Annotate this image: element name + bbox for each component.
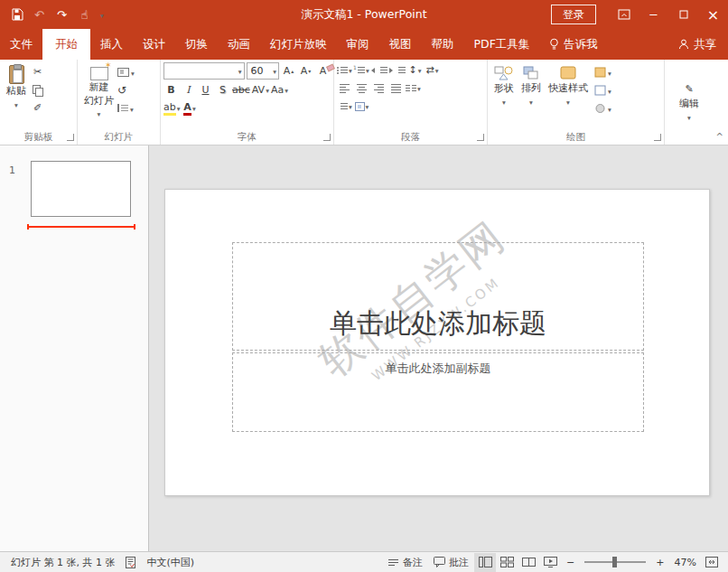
align-text-button[interactable]: [337, 98, 352, 114]
increase-indent-button[interactable]: [389, 62, 406, 78]
shape-outline-button[interactable]: [594, 82, 611, 98]
copy-button[interactable]: [30, 82, 45, 98]
slide-thumbnail[interactable]: [31, 161, 131, 217]
slideshow-button[interactable]: [539, 553, 561, 572]
chevron-down-icon: [566, 97, 570, 107]
tab-transitions[interactable]: 切换: [175, 29, 218, 60]
section-button[interactable]: [117, 100, 135, 116]
undo-button[interactable]: ↶: [28, 0, 51, 29]
character-spacing-button[interactable]: AV: [252, 82, 269, 98]
tab-insert[interactable]: 插入: [90, 29, 133, 60]
paste-button[interactable]: 粘贴: [3, 62, 30, 130]
tab-help[interactable]: 帮助: [422, 29, 464, 60]
convert-to-smartart-button[interactable]: [354, 98, 369, 114]
notes-button[interactable]: 备注: [382, 556, 428, 569]
align-text-icon: [337, 102, 348, 110]
tab-tell-me[interactable]: 告诉我: [539, 29, 608, 60]
line-spacing-button[interactable]: ↕: [407, 62, 423, 78]
comments-button[interactable]: 批注: [428, 556, 474, 569]
align-left-button[interactable]: [337, 80, 352, 96]
touch-mode-button[interactable]: ☝: [73, 0, 96, 29]
tab-animations[interactable]: 动画: [218, 29, 260, 60]
cut-button[interactable]: ✂: [30, 64, 45, 80]
workspace: 1 软件自学网 WWW.RJZXW.COM 单击此处添加标题 单击此处添加副标题: [0, 145, 728, 551]
shape-effects-button[interactable]: [594, 100, 611, 116]
increase-font-size-button[interactable]: A: [281, 63, 296, 79]
editing-button[interactable]: ✎ 编辑: [679, 83, 699, 122]
reset-slide-icon: ↺: [117, 84, 126, 97]
shapes-button[interactable]: 形状: [490, 62, 518, 130]
collapse-ribbon-button[interactable]: ^: [716, 132, 723, 142]
numbering-button[interactable]: [354, 62, 369, 78]
clipboard-dialog-launcher-icon[interactable]: [67, 134, 74, 141]
tab-file[interactable]: 文件: [0, 29, 42, 60]
notes-label: 备注: [403, 556, 423, 569]
title-placeholder[interactable]: 单击此处添加标题: [232, 242, 644, 351]
sign-in-button[interactable]: 登录: [551, 5, 596, 24]
decrease-indent-button[interactable]: [371, 62, 387, 78]
bullets-button[interactable]: [337, 62, 352, 78]
bold-button[interactable]: B: [163, 82, 179, 98]
redo-button[interactable]: ↷: [51, 0, 73, 29]
slide-layout-button[interactable]: [117, 64, 135, 80]
text-direction-button[interactable]: ⇄: [425, 62, 440, 78]
drawing-dialog-launcher-icon[interactable]: [654, 134, 661, 141]
italic-button[interactable]: I: [181, 82, 196, 98]
fit-slide-to-window-button[interactable]: [701, 553, 723, 572]
font-color-button[interactable]: A: [182, 100, 198, 116]
justify-button[interactable]: [388, 80, 404, 96]
new-slide-button[interactable]: 新建 幻灯片: [80, 62, 117, 130]
comments-label: 批注: [449, 556, 469, 569]
ribbon-display-options-button[interactable]: [609, 0, 639, 29]
maximize-button[interactable]: [668, 0, 698, 29]
clear-formatting-button[interactable]: A: [315, 63, 331, 79]
quick-styles-button[interactable]: 快速样式: [545, 62, 592, 130]
font-size-value: 60: [251, 65, 274, 77]
slide-sorter-button[interactable]: [496, 553, 518, 572]
decrease-font-size-button[interactable]: A: [298, 63, 313, 79]
text-shadow-button[interactable]: S: [215, 82, 230, 98]
format-painter-button[interactable]: ✐: [30, 100, 45, 116]
align-right-button[interactable]: [371, 80, 387, 96]
zoom-slider[interactable]: [584, 561, 646, 563]
columns-button[interactable]: [406, 80, 421, 96]
close-button[interactable]: ×: [698, 0, 728, 29]
zoom-slider-thumb[interactable]: [612, 557, 617, 567]
strikethrough-button[interactable]: abc: [232, 82, 250, 98]
zoom-level[interactable]: 47%: [670, 557, 701, 568]
minimize-button[interactable]: ─: [639, 0, 668, 29]
text-highlight-button[interactable]: ab: [163, 100, 181, 116]
save-button[interactable]: [5, 0, 28, 29]
normal-view-button[interactable]: [474, 553, 496, 572]
slide-canvas[interactable]: 软件自学网 WWW.RJZXW.COM 单击此处添加标题 单击此处添加副标题: [164, 189, 710, 496]
normal-view-icon: [479, 557, 492, 567]
change-case-button[interactable]: Aa: [271, 82, 288, 98]
slide-indicator[interactable]: 幻灯片 第 1 张, 共 1 张: [5, 552, 120, 572]
tab-view[interactable]: 视图: [379, 29, 422, 60]
font-color-icon: A: [183, 101, 191, 116]
paragraph-dialog-launcher-icon[interactable]: [477, 134, 484, 141]
subtitle-placeholder[interactable]: 单击此处添加副标题: [232, 352, 644, 432]
align-center-button[interactable]: [354, 80, 369, 96]
font-name-select[interactable]: [163, 62, 245, 80]
tab-slideshow[interactable]: 幻灯片放映: [260, 29, 337, 60]
font-dialog-launcher-icon[interactable]: [323, 134, 331, 141]
tab-design[interactable]: 设计: [133, 29, 175, 60]
tab-home[interactable]: 开始: [42, 29, 90, 60]
powerpoint-window: ↶ ↷ ☝ 演示文稿1 - PowerPoint 登录 ─ × 文件 开始 插入…: [0, 0, 728, 572]
share-button[interactable]: 共享: [667, 29, 728, 60]
zoom-in-button[interactable]: +: [650, 557, 669, 568]
proofing-button[interactable]: [120, 552, 141, 572]
chevron-down-icon: [98, 108, 101, 118]
customize-quick-access-button[interactable]: [96, 0, 108, 29]
language-indicator[interactable]: 中文(中国): [141, 552, 200, 572]
tab-pdf-tools[interactable]: PDF工具集: [464, 29, 540, 60]
shape-fill-button[interactable]: [594, 64, 611, 80]
arrange-button[interactable]: 排列: [518, 62, 545, 130]
reset-slide-button[interactable]: ↺: [117, 82, 135, 98]
reading-view-button[interactable]: [518, 553, 539, 572]
underline-button[interactable]: U: [198, 82, 213, 98]
font-size-select[interactable]: 60: [247, 62, 279, 80]
tab-review[interactable]: 审阅: [337, 29, 379, 60]
zoom-out-button[interactable]: −: [561, 557, 580, 568]
